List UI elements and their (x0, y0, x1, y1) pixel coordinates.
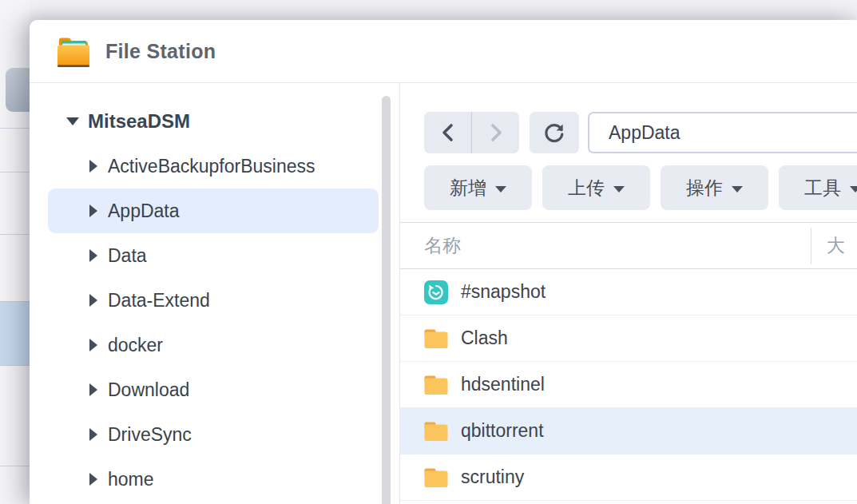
sidebar-item-label: AppData (108, 200, 180, 222)
snapshot-icon (424, 280, 448, 304)
chevron-left-icon (439, 122, 457, 143)
triangle-right-icon[interactable] (89, 339, 97, 351)
upload-button[interactable]: 上传 (542, 165, 650, 210)
sidebar-item-data[interactable]: Data (30, 233, 399, 278)
sidebar-item-label: docker (108, 335, 163, 356)
file-name: scrutiny (461, 466, 524, 488)
sidebar-item-label: Download (108, 379, 189, 401)
sidebar-item-data-extend[interactable]: Data-Extend (30, 278, 399, 323)
sidebar-item-appdata[interactable]: AppData (48, 189, 379, 233)
sidebar-item-docker[interactable]: docker (30, 323, 399, 367)
caret-down-icon (850, 186, 857, 192)
triangle-right-icon[interactable] (89, 204, 97, 217)
file-station-window: File Station MitseaDSM ActiveBackupforBu… (30, 20, 857, 504)
triangle-down-icon[interactable] (66, 117, 79, 125)
caret-down-icon (495, 186, 506, 192)
file-name: Clash (461, 327, 508, 349)
sidebar-item-drivesync[interactable]: DriveSync (30, 412, 399, 457)
triangle-right-icon[interactable] (89, 428, 97, 441)
column-divider[interactable] (811, 228, 811, 264)
action-button[interactable]: 操作 (661, 165, 768, 210)
file-row-hdsentinel[interactable]: hdsentinel (400, 362, 857, 408)
path-input[interactable]: AppData (588, 112, 857, 153)
folder-icon (424, 466, 448, 490)
folder-icon (424, 327, 448, 351)
caret-down-icon (732, 186, 743, 192)
triangle-right-icon[interactable] (89, 473, 97, 486)
column-header-name[interactable]: 名称 (424, 223, 461, 268)
page-title: File Station (105, 20, 216, 83)
file-row-qbittorrent[interactable]: qbittorrent (400, 408, 857, 454)
upload-button-label: 上传 (568, 176, 605, 200)
main-pane: AppData 新增 上传 操作 工具 名称 大小 (400, 83, 857, 504)
file-row-snapshot[interactable]: #snapshot (400, 269, 857, 315)
refresh-button[interactable] (530, 112, 579, 153)
file-station-app-icon (55, 34, 92, 69)
background-window (0, 0, 30, 504)
sidebar-scrollbar[interactable] (382, 96, 391, 504)
triangle-right-icon[interactable] (89, 294, 97, 307)
list-header: 名称 大小 (400, 222, 857, 269)
folder-icon (424, 419, 448, 443)
file-name: #snapshot (461, 281, 546, 303)
refresh-icon (543, 121, 565, 144)
sidebar-item-download[interactable]: Download (30, 367, 399, 412)
sidebar-item-label: DriveSync (108, 424, 192, 446)
sidebar-item-label: Data-Extend (108, 290, 210, 312)
titlebar: File Station (30, 20, 857, 83)
file-row-clash[interactable]: Clash (400, 315, 857, 362)
file-row-scrutiny[interactable]: scrutiny (400, 454, 857, 501)
file-list: #snapshot Clash hdsent (400, 269, 857, 501)
file-name: qbittorrent (461, 420, 544, 442)
background-row-divider (0, 172, 30, 173)
tools-button-label: 工具 (804, 176, 841, 200)
back-button[interactable] (424, 112, 471, 153)
sidebar-item-label: home (108, 469, 154, 490)
sidebar-item-activebackupforbusiness[interactable]: ActiveBackupforBusiness (30, 144, 399, 189)
background-row-divider (0, 234, 30, 235)
path-value: AppData (609, 122, 680, 143)
sidebar-item-label: MitseaDSM (88, 110, 190, 133)
file-name: hdsentinel (461, 374, 545, 395)
sidebar-item-label: Data (108, 245, 147, 267)
folder-icon (424, 373, 448, 397)
chevron-right-icon (487, 122, 505, 143)
new-button-label: 新增 (450, 176, 486, 200)
sidebar-item-label: ActiveBackupforBusiness (108, 156, 315, 177)
action-button-label: 操作 (686, 176, 723, 200)
tools-button[interactable]: 工具 (779, 165, 857, 210)
caret-down-icon (613, 186, 625, 192)
triangle-right-icon[interactable] (89, 160, 97, 173)
sidebar: MitseaDSM ActiveBackupforBusiness AppDat… (30, 84, 399, 504)
new-button[interactable]: 新增 (424, 165, 532, 210)
forward-button[interactable] (471, 112, 519, 153)
background-row-divider (0, 466, 30, 466)
sidebar-item-home[interactable]: home (30, 457, 399, 502)
triangle-right-icon[interactable] (89, 249, 97, 262)
background-row-divider (0, 128, 30, 129)
background-button (6, 68, 30, 112)
history-nav-group (424, 112, 519, 153)
triangle-right-icon[interactable] (89, 383, 97, 396)
sidebar-item-root[interactable]: MitseaDSM (30, 99, 399, 144)
background-selected-row (0, 301, 30, 366)
